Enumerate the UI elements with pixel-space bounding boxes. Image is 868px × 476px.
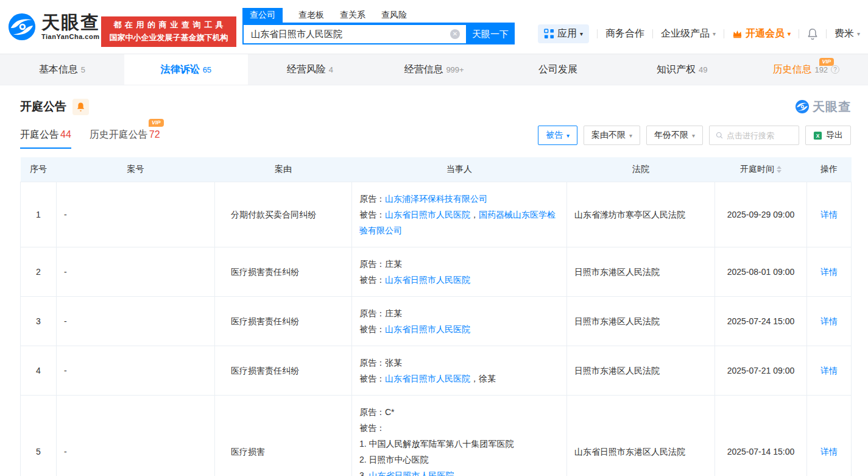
table-row: 3-医疗损害责任纠纷原告：庄某被告：山东省日照市人民医院日照市东港区人民法院20… xyxy=(21,296,852,346)
open-vip-menu[interactable]: 开通会员 ▾ xyxy=(732,27,791,40)
case-number-cell: - xyxy=(57,346,215,395)
apps-grid-icon xyxy=(544,29,554,39)
search-tab-boss[interactable]: 查老板 xyxy=(298,8,324,23)
year-filter-label: 年份不限 xyxy=(654,130,688,141)
parties-cell: 原告：庄某被告：山东省日照市人民医院 xyxy=(352,247,567,296)
subscribe-bell-button[interactable] xyxy=(72,99,89,115)
cause-cell: 医疗损害责任纠纷 xyxy=(215,346,352,395)
business-cooperation-link[interactable]: 商务合作 xyxy=(605,27,644,40)
search-input[interactable] xyxy=(242,24,466,44)
row-number-cell: 4 xyxy=(21,346,57,395)
subtab-history[interactable]: 历史开庭公告72VIP xyxy=(90,129,160,149)
top-header: 天眼查 TianYanCha.com 都 在 用 的 商 业 查 询 工 具 国… xyxy=(0,0,868,54)
party-line: 2. 日照市中心医院 xyxy=(359,452,559,467)
divider xyxy=(597,29,598,38)
year-filter-dropdown[interactable]: 年份不限 ▾ xyxy=(646,126,703,145)
detail-link[interactable]: 详情 xyxy=(820,210,838,219)
party-role-label: 原告： xyxy=(359,308,385,318)
hearing-announcement-table: 序号案号案由当事人法院开庭时间操作 1-分期付款买卖合同纠纷原告：山东浦泽环保科… xyxy=(20,157,852,476)
search-area: 查公司查老板查关系查风险 ✕ 天眼一下 xyxy=(242,8,515,44)
vip-label: 开通会员 xyxy=(746,27,785,40)
action-cell: 详情 xyxy=(807,346,852,395)
action-cell: 详情 xyxy=(807,395,852,476)
column-header: 序号 xyxy=(21,157,57,182)
tab-count: 999+ xyxy=(446,65,464,74)
party-line: 被告：山东省日照市人民医院 xyxy=(359,272,559,288)
hearing-time-cell: 2025-07-14 15:00 xyxy=(715,395,807,476)
slogan-line2: 国家中小企业发展子基金旗下机构 xyxy=(110,32,228,44)
tab-count: 4 xyxy=(329,65,333,74)
apps-menu[interactable]: 应用 ▾ xyxy=(538,24,589,43)
company-link[interactable]: 山东省日照市人民医院 xyxy=(369,471,454,476)
user-menu[interactable]: 费米 ▾ xyxy=(834,27,860,40)
cooperation-label: 商务合作 xyxy=(605,27,644,40)
section-title: 开庭公告 xyxy=(20,99,66,115)
hearing-time-cell: 2025-08-01 09:00 xyxy=(715,247,807,296)
search-tab-company[interactable]: 查公司 xyxy=(242,8,283,23)
subtab-current[interactable]: 开庭公告44 xyxy=(20,129,71,149)
parties-cell: 原告：张某被告：山东省日照市人民医院，徐某 xyxy=(352,346,567,395)
detail-link[interactable]: 详情 xyxy=(820,316,838,326)
tab-count: 65 xyxy=(203,65,211,74)
tab-basic-info[interactable]: 基本信息5 xyxy=(0,54,124,85)
enterprise-products-menu[interactable]: 企业级产品 ▾ xyxy=(661,27,716,40)
help-icon[interactable]: ? xyxy=(831,65,839,74)
party-text: 庄某 xyxy=(385,259,402,269)
divider xyxy=(724,29,724,38)
party-line: 原告：C* xyxy=(359,404,559,420)
party-role-label: 原告： xyxy=(359,407,385,417)
cause-cell: 医疗损害 xyxy=(215,395,352,476)
party-role-label: 被告： xyxy=(359,210,385,219)
main-content: 开庭公告 天眼查 开庭公告44历史开庭公告72VIP 被告 xyxy=(0,85,868,476)
detail-link[interactable]: 详情 xyxy=(820,267,838,277)
notifications-button[interactable] xyxy=(807,28,818,40)
tianyancha-watermark: 天眼查 xyxy=(795,99,851,115)
chevron-down-icon: ▾ xyxy=(788,30,791,37)
court-cell: 日照市东港区人民法院 xyxy=(567,247,715,296)
search-tab-relation[interactable]: 查关系 xyxy=(340,8,365,23)
company-link[interactable]: 山东省日照市人民医院 xyxy=(385,210,470,219)
divider xyxy=(826,29,827,38)
case-number-cell: - xyxy=(57,247,215,296)
cause-filter-dropdown[interactable]: 案由不限 ▾ xyxy=(584,126,640,145)
role-filter-dropdown[interactable]: 被告 ▾ xyxy=(538,126,577,145)
tab-label: 历史信息 xyxy=(772,63,811,76)
tab-business-info[interactable]: 经营信息999+ xyxy=(372,54,496,85)
company-link[interactable]: 山东省日照市人民医院 xyxy=(385,324,470,334)
party-role-label: 1. xyxy=(359,439,369,449)
party-role-label: 2. xyxy=(359,455,369,464)
search-button[interactable]: 天眼一下 xyxy=(466,24,515,44)
row-number-cell: 1 xyxy=(21,182,57,247)
subtab-count: 72 xyxy=(149,129,160,140)
search-tabs: 查公司查老板查关系查风险 xyxy=(242,8,515,24)
clear-icon[interactable]: ✕ xyxy=(450,29,460,39)
search-tab-risk[interactable]: 查风险 xyxy=(381,8,407,23)
tab-legal-proceedings[interactable]: 法律诉讼65 xyxy=(124,54,249,85)
tab-business-risk[interactable]: 经营风险4 xyxy=(248,54,372,85)
case-number-cell: - xyxy=(57,182,215,247)
tab-label: 法律诉讼 xyxy=(161,63,200,76)
tab-intellectual-property[interactable]: 知识产权49 xyxy=(620,54,744,85)
table-search-input[interactable] xyxy=(727,131,792,140)
tab-company-development[interactable]: 公司发展 xyxy=(496,54,620,85)
table-row: 1-分期付款买卖合同纠纷原告：山东浦泽环保科技有限公司被告：山东省日照市人民医院… xyxy=(21,182,852,247)
table-search-box[interactable] xyxy=(709,126,799,145)
action-cell: 详情 xyxy=(807,296,852,346)
export-button[interactable]: X 导出 xyxy=(805,126,851,145)
column-header[interactable]: 开庭时间 xyxy=(715,157,807,182)
sort-icon[interactable] xyxy=(777,166,782,173)
detail-link[interactable]: 详情 xyxy=(820,447,838,456)
tianyancha-logo[interactable]: 天眼查 TianYanCha.com xyxy=(7,12,100,41)
company-link[interactable]: 山东省日照市人民医院 xyxy=(385,374,470,383)
tab-label: 经营风险 xyxy=(287,63,326,76)
company-link[interactable]: 山东省日照市人民医院 xyxy=(385,275,470,285)
company-link[interactable]: 山东浦泽环保科技有限公司 xyxy=(385,194,487,204)
chevron-down-icon: ▾ xyxy=(857,30,860,37)
table-row: 4-医疗损害责任纠纷原告：张某被告：山东省日照市人民医院，徐某日照市东港区人民法… xyxy=(21,346,852,395)
detail-link[interactable]: 详情 xyxy=(820,366,838,375)
column-header: 当事人 xyxy=(352,157,567,182)
column-header: 案号 xyxy=(57,157,215,182)
tab-historical-info[interactable]: 历史信息192VIP? xyxy=(744,54,868,85)
top-nav: 应用 ▾ 商务合作 企业级产品 ▾ 开通会员 ▾ xyxy=(538,23,860,44)
vip-badge: VIP xyxy=(819,58,834,66)
